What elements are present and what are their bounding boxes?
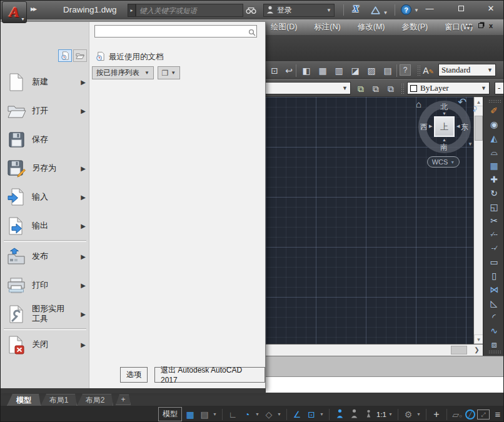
quick-access-expand-icon[interactable]: ▸▸ [31,4,36,13]
layer-combo[interactable]: ▼ [263,82,351,94]
customization-menu-icon[interactable]: ≡ [491,409,504,419]
lengthen-icon[interactable]: -∕-- [486,228,501,241]
app-menu-item-print[interactable]: 打印 ▶ [1,271,89,299]
sheet-set-manager-icon[interactable]: ◪ [349,64,361,77]
chevron-down-icon[interactable]: ▼ [416,412,422,416]
designcenter-icon[interactable]: ▦ [316,64,329,77]
object-snap-icon[interactable]: ⊡ [305,409,318,419]
ortho-mode-icon[interactable]: ∟ [226,409,239,419]
workspace-gear-icon[interactable]: ⚙ [402,409,415,419]
app-menu-item-open[interactable]: 打开 ▶ [1,96,89,125]
viewcube-roll-ccw-icon[interactable]: ↶ [458,96,466,109]
tab-layout1[interactable]: 布局1 [41,394,77,406]
exit-button[interactable]: 退出 Autodesk AutoCAD 2017 [154,367,265,383]
a360-icon[interactable]: ▼ [371,6,388,17]
mdi-minimize-icon[interactable]: — [466,22,473,29]
chevron-down-icon[interactable]: ▼ [320,412,325,416]
layer-previous-icon[interactable]: ⧉ [370,83,382,95]
app-menu-item-publish[interactable]: 发布 ▶ [1,242,89,271]
zoom-window-icon[interactable]: ⊡ [268,64,281,77]
model-space-button[interactable]: 模型 [158,407,182,421]
toolbar-help-icon[interactable]: ? [400,64,411,76]
make-layer-current-icon[interactable]: ⧉ [355,83,367,95]
close-button[interactable]: ✕ [477,1,504,18]
quickcalc-icon[interactable]: ▤ [381,64,394,77]
move-icon[interactable]: ✚ [486,173,501,186]
mirror-icon[interactable]: ◭ [486,132,501,144]
explode-icon[interactable]: ⧈ [486,338,501,351]
maximize-button[interactable] [447,1,475,18]
signin-button[interactable]: 登录 ▼ [263,4,335,17]
text-style-combo[interactable]: Standard ▼ [438,64,496,76]
join-icon[interactable]: ⋈ [486,283,501,296]
linetype-combo[interactable]: - [495,82,504,94]
offset-icon[interactable]: ⌓ [486,146,501,158]
blend-curves-icon[interactable]: ∿ [486,324,501,337]
app-menu-item-new[interactable]: 新建 ▶ [1,68,89,96]
menu-parametric[interactable]: 参数(P) [401,22,428,33]
annotation-visibility-icon[interactable] [333,409,346,420]
isolate-objects-icon[interactable]: ▱○ [451,409,463,419]
toolbar-grip[interactable] [401,83,404,94]
annotation-scale-icon[interactable] [362,409,375,420]
app-menu-search-input[interactable] [94,25,257,38]
help-search-input[interactable] [136,4,243,17]
minimize-button[interactable]: — [416,1,443,18]
isometric-drafting-icon[interactable]: ◇ [263,409,275,419]
chamfer-icon[interactable]: ◺ [486,297,501,309]
viewcube-top-face[interactable]: 上 [434,116,455,137]
color-combo[interactable]: ByLayer ▼ [407,82,490,94]
tool-palettes-icon[interactable]: ▥ [333,64,345,77]
vertical-scroll-thumb[interactable] [475,116,483,141]
hardware-acceleration-icon[interactable]: ╱ [465,409,475,419]
copy-icon[interactable]: ◉ [486,118,501,131]
viewcube-west-label[interactable]: 西 [420,122,428,133]
wcs-dropdown[interactable]: WCS ▼ [427,156,460,168]
toolbar-grip[interactable] [488,99,501,103]
tab-model[interactable]: 模型 [7,394,41,406]
search-expand-icon[interactable]: ▸ [128,4,136,17]
menu-modify[interactable]: 修改(M) [358,22,385,33]
viewcube-rotate-left-icon[interactable]: ▶ [429,124,432,129]
mdi-close-icon[interactable]: x [489,22,493,29]
app-menu-item-saveas[interactable]: 另存为 ▶ [1,154,89,183]
chevron-down-icon[interactable]: ▼ [388,412,394,416]
app-menu-item-drawing-utilities[interactable]: 图形实用工具 ▶ [1,299,89,328]
exchange-apps-icon[interactable]: X [353,4,359,14]
app-menu-item-import[interactable]: 输入 ▶ [1,183,89,211]
viewcube-menu-arrow-icon[interactable]: ▼ [468,141,473,147]
tab-layout2[interactable]: 布局2 [77,394,113,406]
scroll-right-icon[interactable]: ❯ [472,346,481,355]
break-at-point-icon[interactable]: --∕ [486,242,501,254]
viewcube-south-label[interactable]: 南 [440,142,448,153]
viewcube-rotate-down-icon[interactable]: ▲ [442,138,446,142]
open-documents-toggle[interactable] [73,49,87,62]
app-menu-item-save[interactable]: 保存 [1,125,89,154]
display-mode-dropdown[interactable]: ❐ ▼ [158,66,180,79]
crosshair-plus-icon[interactable]: + [430,409,443,420]
fillet-icon[interactable]: ◜ [486,311,501,323]
clean-screen-icon[interactable]: ⤢ [477,409,490,419]
vertical-scrollbar[interactable]: ▲ ▼ [473,97,483,344]
options-button[interactable]: 选项 [120,367,148,383]
recent-documents-toggle[interactable] [58,49,72,62]
mdi-restore-icon[interactable] [478,23,483,28]
app-menu-item-export[interactable]: 输出 ▶ [1,211,89,240]
properties-palette-icon[interactable]: ◧ [300,64,313,77]
snap-mode-icon[interactable]: ▤ [198,409,211,419]
polar-tracking-icon[interactable]: ◔ [241,409,253,419]
binoculars-search-icon[interactable] [246,6,256,17]
annotation-autoscale-icon[interactable] [348,409,360,420]
chevron-down-icon[interactable]: ▼ [213,412,218,416]
new-layout-button[interactable]: + [116,394,131,405]
horizontal-scroll-thumb[interactable] [451,346,467,354]
break-two-points-icon[interactable]: ▯ [486,269,501,282]
viewcube-rotate-up-icon[interactable]: ▼ [442,111,446,116]
markup-set-manager-icon[interactable]: ▨ [365,64,378,77]
scroll-down-icon[interactable]: ▼ [474,334,483,344]
toolbar-grip[interactable] [488,350,501,353]
erase-icon[interactable]: ✐ [486,104,501,117]
chevron-down-icon[interactable]: ▼ [255,412,261,416]
horizontal-scrollbar[interactable]: ❯ [266,344,483,356]
sort-order-dropdown[interactable]: 按已排序列表 ▼ [92,66,154,79]
